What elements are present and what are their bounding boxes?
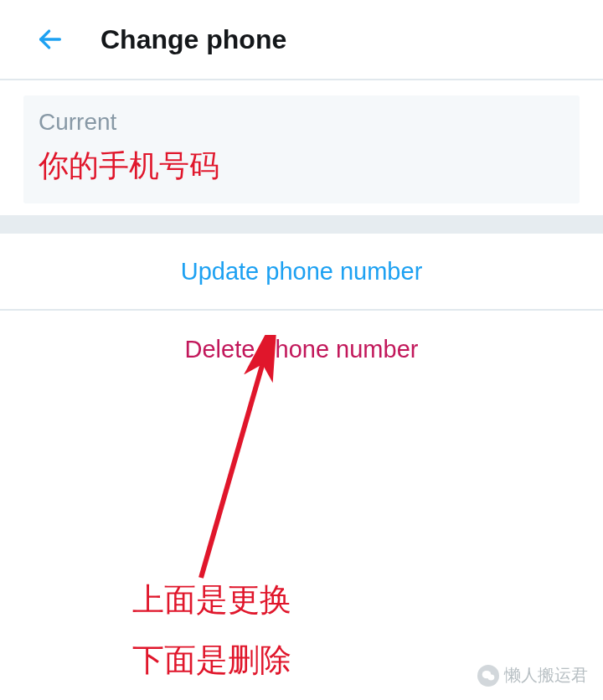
svg-point-4 [487, 674, 494, 680]
header: Change phone [0, 0, 603, 80]
current-label: Current [39, 109, 564, 136]
current-phone-value: 你的手机号码 [39, 146, 564, 187]
annotation-line-2: 下面是删除 [132, 630, 291, 690]
delete-phone-button[interactable]: Delete phone number [0, 311, 603, 388]
section-divider [0, 215, 603, 234]
watermark-text: 懒人搬运君 [504, 664, 588, 687]
update-phone-button[interactable]: Update phone number [0, 234, 603, 311]
arrow-left-icon [36, 25, 64, 54]
svg-point-3 [482, 671, 492, 678]
page-title: Change phone [100, 24, 286, 55]
watermark: 懒人搬运君 [477, 664, 588, 687]
annotation-line-1: 上面是更换 [132, 569, 291, 630]
annotation-text: 上面是更换 下面是删除 [132, 569, 291, 690]
back-button[interactable] [34, 23, 67, 56]
current-phone-card: Current 你的手机号码 [23, 95, 580, 203]
delete-phone-label: Delete phone number [185, 336, 419, 363]
update-phone-label: Update phone number [181, 258, 423, 286]
wechat-icon [477, 665, 499, 687]
